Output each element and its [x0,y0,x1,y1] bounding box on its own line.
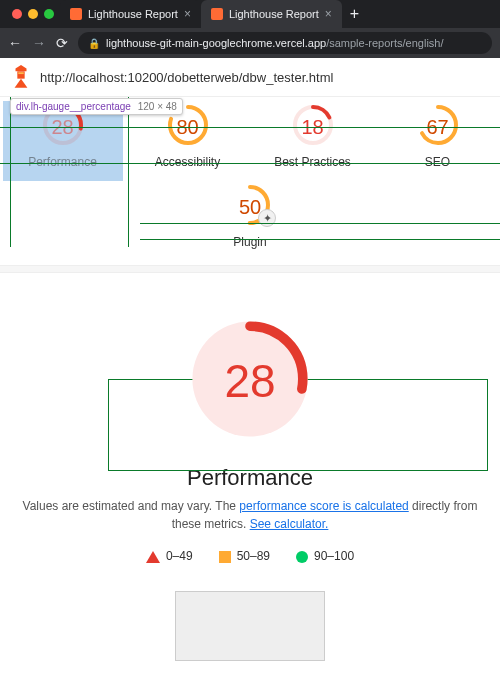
gauge-score: 28 [51,116,73,139]
reload-button[interactable]: ⟳ [56,35,68,51]
back-button[interactable]: ← [8,35,22,51]
gauge-score: 67 [426,116,448,139]
tab-active[interactable]: Lighthouse Report × [201,0,342,28]
legend-range: 50–89 [237,549,270,563]
circle-icon [296,551,308,563]
plugin-puzzle-icon: ✦ [258,209,276,227]
tab-strip: Lighthouse Report × Lighthouse Report × … [0,0,500,28]
description: Values are estimated and may vary. The p… [0,491,500,533]
tab-close-icon[interactable]: × [184,7,191,21]
window-maximize-icon[interactable] [44,9,54,19]
performance-section: 28 Performance [0,273,500,491]
gauge-label: Best Practices [253,155,373,169]
favicon-icon [211,8,223,20]
triangle-icon [146,551,160,563]
new-tab-button[interactable]: + [342,5,367,23]
big-gauge: 28 [190,319,310,443]
url-input[interactable]: 🔒 lighthouse-git-main-googlechrome.verce… [78,32,492,54]
gauge-seo[interactable]: 67SEO [378,101,498,181]
link-score-calc[interactable]: performance score is calculated [239,499,408,513]
url-host: lighthouse-git-main-googlechrome.vercel.… [106,37,326,49]
legend-range: 90–100 [314,549,354,563]
report-header: http://localhost:10200/dobetterweb/dbw_t… [0,58,500,97]
score-legend: 0–49 50–89 90–100 [0,533,500,573]
big-score: 28 [224,354,275,408]
url-path: /sample-reports/english/ [326,37,443,49]
legend-range: 0–49 [166,549,193,563]
tooltip-selector: div.lh-gauge__percentage [16,101,131,112]
legend-item-fail: 0–49 [146,549,193,563]
big-title: Performance [10,465,490,491]
lighthouse-logo-icon [10,64,32,90]
page-content: http://localhost:10200/dobetterweb/dbw_t… [0,58,500,661]
gauges-row: div.lh-gauge__percentage 120 × 48 28Perf… [0,97,500,261]
tab-inactive[interactable]: Lighthouse Report × [60,0,201,28]
favicon-icon [70,8,82,20]
square-icon [219,551,231,563]
gauge-best-practices[interactable]: 18Best Practices [253,101,373,181]
gauge-plugin[interactable]: 50✦Plugin [190,181,310,261]
gauge-label: Performance [3,155,123,169]
window-controls[interactable] [6,9,60,19]
link-see-calculator[interactable]: See calculator. [250,517,329,531]
window-minimize-icon[interactable] [28,9,38,19]
gauge-label: Accessibility [128,155,248,169]
tab-title: Lighthouse Report [229,8,319,20]
metric-placeholder [175,591,325,661]
legend-item-pass: 90–100 [296,549,354,563]
tab-title: Lighthouse Report [88,8,178,20]
devtools-tooltip: div.lh-gauge__percentage 120 × 48 [10,98,183,115]
gauge-score: 18 [301,116,323,139]
gauge-label: Plugin [190,235,310,249]
gauge-label: SEO [378,155,498,169]
section-divider [0,265,500,273]
gauge-score: 80 [176,116,198,139]
tab-close-icon[interactable]: × [325,7,332,21]
lock-icon: 🔒 [88,38,100,49]
report-url: http://localhost:10200/dobetterweb/dbw_t… [40,70,333,85]
browser-chrome: Lighthouse Report × Lighthouse Report × … [0,0,500,58]
tooltip-dims: 120 × 48 [138,101,177,112]
forward-button[interactable]: → [32,35,46,51]
window-close-icon[interactable] [12,9,22,19]
address-bar: ← → ⟳ 🔒 lighthouse-git-main-googlechrome… [0,28,500,58]
legend-item-avg: 50–89 [219,549,270,563]
desc-text: Values are estimated and may vary. The [23,499,240,513]
